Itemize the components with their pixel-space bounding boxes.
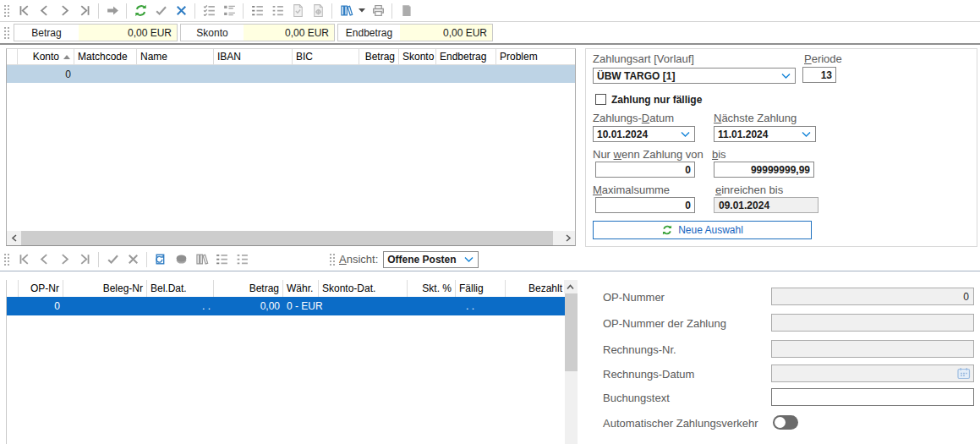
calendar-icon[interactable]	[957, 367, 971, 380]
op-reports-button[interactable]	[192, 250, 211, 269]
buchungstext-label: Buchungstext	[603, 392, 670, 404]
print-button[interactable]	[369, 2, 387, 20]
zahlung-von-field[interactable]: 0	[595, 162, 695, 178]
x-icon	[174, 3, 189, 18]
disc-button[interactable]	[172, 250, 190, 269]
column-header-waehrung[interactable]: Währ.	[283, 280, 319, 297]
sort-ascending-icon	[63, 55, 70, 59]
toggle-knob	[775, 417, 786, 428]
reports-dropdown-button[interactable]	[357, 2, 367, 20]
nav-prev-button[interactable]	[35, 2, 53, 20]
cell-konto: 0	[18, 65, 74, 83]
column-header-konto[interactable]: Konto	[18, 49, 74, 64]
document-check-button[interactable]	[288, 2, 307, 20]
op-nav-next-button[interactable]	[55, 250, 74, 269]
naechste-zahlung-dropdown[interactable]: 11.01.2024	[714, 126, 816, 142]
zahlungsdatum-dropdown[interactable]: 10.01.2024	[593, 126, 695, 142]
column-label: Name	[140, 51, 167, 63]
zahlungsart-dropdown[interactable]: ÜBW TARGO [1]	[593, 68, 796, 84]
open-item-detail-form: OP-Nummer 0 OP-Nummer der Zahlung Rechnu…	[583, 272, 980, 444]
maximalsumme-field[interactable]: 0	[595, 197, 695, 213]
column-header-iban[interactable]: IBAN	[214, 49, 293, 64]
op-selected-row[interactable]: 0 . . 0,00 0 - EUR . .	[7, 297, 566, 315]
column-header-bic[interactable]: BIC	[293, 49, 359, 64]
periode-field[interactable]: 13	[802, 67, 836, 83]
zahlung-bis-field[interactable]: 99999999,99	[714, 162, 814, 178]
scrollbar-thumb[interactable]	[21, 231, 553, 245]
toolbar-grip[interactable]	[328, 252, 336, 267]
scroll-right-button[interactable]	[561, 231, 575, 245]
x-icon	[126, 252, 140, 266]
buchungstext-field[interactable]	[771, 388, 974, 406]
column-label: Betrag	[365, 51, 395, 63]
nav-first-icon	[17, 252, 31, 266]
vertical-scrollbar[interactable]	[565, 280, 578, 444]
refresh-button[interactable]	[131, 2, 150, 20]
op-nav-last-button[interactable]	[75, 250, 94, 269]
op-cancel-button[interactable]	[123, 250, 142, 269]
cell-waehrung: 0 - EUR	[283, 297, 319, 315]
column-header-skonto[interactable]: Skonto	[399, 49, 436, 64]
scroll-left-button[interactable]	[7, 231, 21, 245]
totals-grip[interactable]	[3, 25, 10, 41]
ansicht-dropdown[interactable]: Offene Posten	[383, 251, 479, 268]
neue-auswahl-button[interactable]: Neue Auswahl	[593, 221, 812, 239]
list-deselect-icon	[271, 3, 285, 18]
op-unmark-items-button[interactable]	[233, 250, 251, 269]
column-header-faellig[interactable]: Fällig	[456, 280, 506, 297]
auto-zahlungsverkehr-toggle[interactable]	[773, 415, 798, 430]
column-header-skonto-dat[interactable]: Skonto-Dat.	[319, 280, 408, 297]
op-mark-items-button[interactable]	[212, 250, 231, 269]
column-header-betrag[interactable]: Betrag	[214, 280, 283, 297]
column-header-betrag[interactable]: Betrag	[359, 49, 399, 64]
scrollbar-thumb[interactable]	[565, 293, 578, 371]
column-header-bel-dat[interactable]: Bel.Dat.	[147, 280, 214, 297]
column-header-beleg-nr[interactable]: Beleg-Nr	[63, 280, 147, 297]
accounts-selected-row[interactable]: 0	[7, 65, 575, 83]
confirm-button[interactable]	[151, 2, 170, 20]
column-header-endbetrag[interactable]: Endbetrag	[436, 49, 496, 64]
execute-button[interactable]	[103, 2, 122, 20]
op-nav-prev-button[interactable]	[35, 250, 53, 269]
reports-button[interactable]	[337, 2, 355, 20]
op-confirm-button[interactable]	[103, 250, 122, 269]
clipboard-button[interactable]	[397, 2, 415, 20]
column-label: Skt. %	[422, 282, 452, 294]
row-indicator-header	[7, 49, 18, 64]
list-details-button[interactable]	[220, 2, 238, 20]
column-header-bezahlt[interactable]: Bezahlt	[506, 280, 566, 297]
mark-items-button[interactable]	[248, 2, 266, 20]
rechnungs-nr-label: Rechnungs-Nr.	[603, 343, 676, 356]
zahlung-nur-faellige-label: Zahlung nur fällige	[611, 94, 702, 106]
nav-first-button[interactable]	[14, 2, 33, 20]
zahlungsdatum-value: 10.01.2024	[597, 129, 648, 140]
total-endbetrag-value: 0,00 EUR	[400, 25, 492, 41]
column-header-op-nr[interactable]: OP-Nr	[19, 280, 63, 297]
document-gear-button[interactable]	[309, 2, 327, 20]
select-all-button[interactable]	[200, 2, 218, 20]
toolbar-grip[interactable]	[3, 252, 10, 267]
report-books-icon	[194, 252, 209, 266]
document-gear-icon	[311, 3, 326, 18]
auto-zahlungsverkehr-label: Automatischer Zahlungsverkehr	[603, 417, 758, 430]
op-nav-first-button[interactable]	[14, 250, 33, 269]
column-header-name[interactable]: Name	[137, 49, 214, 64]
horizontal-scrollbar[interactable]	[7, 231, 575, 245]
nav-next-button[interactable]	[55, 2, 74, 20]
swap-view-button[interactable]	[151, 250, 170, 269]
op-nummer-field: 0	[771, 288, 974, 305]
nav-last-button[interactable]	[75, 2, 94, 20]
column-header-matchcode[interactable]: Matchcode	[74, 49, 137, 64]
row-indicator-header	[7, 280, 19, 297]
unmark-items-button[interactable]	[268, 2, 287, 20]
chevron-down-icon	[464, 257, 474, 262]
column-header-skt-prozent[interactable]: Skt. %	[408, 280, 456, 297]
total-betrag-value: 0,00 EUR	[79, 25, 177, 41]
cell-bic	[293, 65, 359, 83]
toolbar-grip[interactable]	[3, 3, 10, 19]
scroll-up-button[interactable]	[564, 280, 577, 293]
zahlung-nur-faellige-checkbox[interactable]	[595, 94, 606, 105]
cancel-button[interactable]	[172, 2, 190, 20]
total-skonto-label: Skonto	[181, 25, 244, 41]
column-header-problem[interactable]: Problem	[496, 49, 575, 64]
